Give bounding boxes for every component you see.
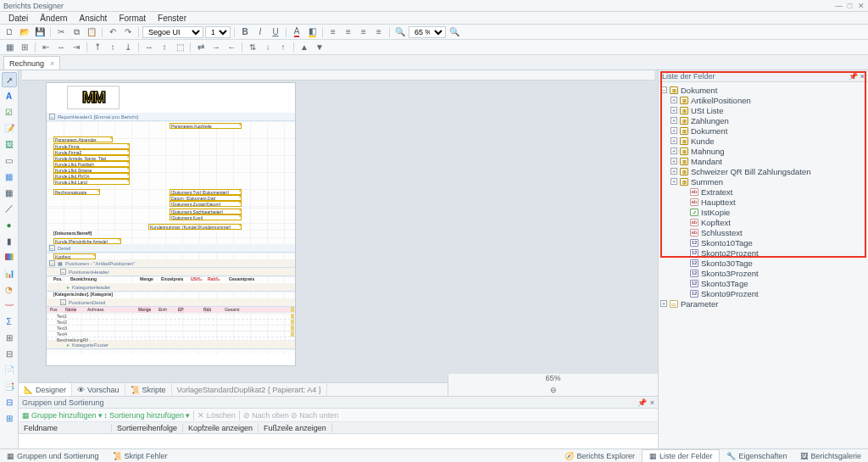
shape-tool-icon[interactable]: ●: [2, 217, 17, 232]
expand-icon[interactable]: +: [670, 168, 677, 175]
tree-field[interactable]: IstKopie: [701, 208, 730, 217]
tree-table[interactable]: Zahlungen: [691, 116, 729, 125]
zip-tool-icon[interactable]: [2, 249, 17, 264]
line-tool-icon[interactable]: ／: [2, 201, 17, 216]
bring-front-icon[interactable]: ▲: [298, 42, 311, 53]
table-tool-icon[interactable]: ▦: [2, 169, 17, 184]
field-doktyp[interactable]: [Dokument.Typ].[Dokumentart]: [170, 189, 242, 195]
tab-report-explorer[interactable]: 🧭 Berichts Explorer: [558, 449, 642, 462]
new-icon[interactable]: 🗋: [3, 26, 16, 38]
expand-icon[interactable]: +: [670, 97, 677, 103]
align-lefts-icon[interactable]: ⇤: [39, 42, 53, 53]
align-left-icon[interactable]: ≡: [326, 26, 340, 38]
label-tool-icon[interactable]: A: [2, 88, 17, 103]
hspace-dec-icon[interactable]: ←: [225, 42, 238, 53]
picture-tool-icon[interactable]: 🖼: [2, 136, 17, 152]
field-text2[interactable]: Text2: [57, 320, 67, 325]
menu-aendern[interactable]: Ändern: [35, 13, 72, 24]
band-positionen-header[interactable]: − PositionenHeader: [47, 268, 295, 276]
panel-pin-icon[interactable]: 📌: [637, 398, 647, 407]
band-reportheader[interactable]: − ReportHeader1 [Einmal pro Bericht]: [47, 113, 295, 121]
collapse-icon[interactable]: −: [49, 260, 55, 266]
tree-field[interactable]: Schlusstext: [701, 228, 743, 237]
fontsize-select[interactable]: 10: [205, 26, 231, 38]
field-kopftext[interactable]: Kopftext: [53, 253, 96, 259]
same-width-icon[interactable]: ↔: [142, 42, 156, 53]
field-rab[interactable]: Rab: [203, 307, 211, 313]
vspace-inc-icon[interactable]: ↓: [261, 42, 275, 53]
cut-icon[interactable]: ✂: [54, 26, 68, 38]
field-menge[interactable]: Menge: [138, 307, 151, 313]
tree-table[interactable]: Mandant: [691, 157, 722, 166]
align-tops-icon[interactable]: ⤒: [91, 42, 104, 53]
crosstab-tool-icon[interactable]: ⊟: [2, 346, 17, 361]
tree-table[interactable]: ArtikelPositionen: [691, 96, 751, 105]
collapse-icon[interactable]: −: [49, 245, 55, 251]
field-kunde-strasse[interactable]: Kunde.Lfkd.Strasse: [53, 167, 130, 173]
sum-tool-icon[interactable]: Σ: [2, 314, 17, 329]
zoomin-icon[interactable]: 🔍: [448, 26, 461, 38]
field-kunde-firma[interactable]: Kunde.Firma: [53, 143, 130, 149]
tab-report-gallery[interactable]: 🖼 Berichtsgalerie: [793, 449, 868, 462]
tree-table[interactable]: Mahnung: [691, 147, 725, 156]
hspace-inc-icon[interactable]: →: [209, 42, 223, 53]
pdfcontent-tool-icon[interactable]: 📑: [2, 378, 17, 393]
align-right-icon[interactable]: ≡: [357, 26, 370, 38]
field-zusatzdatum[interactable]: [Dokument.Zusatz/Datum]: [170, 201, 242, 207]
crossband-tool-icon[interactable]: ⊞: [2, 410, 17, 426]
paste-icon[interactable]: 📋: [85, 26, 98, 38]
expand-icon[interactable]: +: [670, 158, 677, 164]
expand-icon[interactable]: +: [660, 300, 667, 307]
col-header[interactable]: Kopfzeile anzeigen: [183, 424, 259, 432]
col-feldname[interactable]: Feldname: [19, 424, 112, 432]
add-sort-button[interactable]: ↕ Sortierung hinzufügen ▾: [104, 411, 191, 420]
field-datum[interactable]: Datum: [Dokument.Dat]: [170, 195, 242, 201]
zoomout-small-icon[interactable]: ⊖: [550, 386, 557, 394]
field-parameters-kopfzeile[interactable]: Parameters.Kopfzeile: [170, 123, 242, 129]
band-positionen[interactable]: − ▦ Positionen - "ArtikelPositionen": [47, 259, 295, 268]
zoomout-icon[interactable]: 🔍: [393, 26, 407, 38]
fillcolor-button[interactable]: ◧: [305, 26, 319, 38]
field-text4[interactable]: Text4: [57, 331, 67, 337]
align-center-icon[interactable]: ≡: [342, 26, 355, 38]
barcode-tool-icon[interactable]: ▮: [2, 233, 17, 248]
tab-designer[interactable]: 📐 Designer: [19, 383, 72, 396]
tree-field[interactable]: Skonto10Tage: [701, 238, 753, 248]
field-einh[interactable]: Einh: [159, 307, 167, 313]
gauge-tool-icon[interactable]: ◔: [2, 281, 17, 297]
menu-ansicht[interactable]: Ansicht: [75, 13, 113, 24]
vspace-equal-icon[interactable]: ⇅: [246, 42, 259, 53]
field-beschreibung[interactable]: BeschreibungRtf: [57, 337, 88, 342]
subreport-tool-icon[interactable]: 📄: [2, 362, 17, 377]
field-anrede[interactable]: Kunde.[Persönliche Anrede]: [53, 238, 121, 244]
field-tree[interactable]: −Dokument +ArtikelPositionen+USt Liste+Z…: [659, 82, 868, 448]
minimize-icon[interactable]: —: [835, 2, 843, 9]
open-icon[interactable]: 📂: [18, 26, 31, 38]
grid-toggle-icon[interactable]: ▦: [3, 42, 16, 53]
align-rights-icon[interactable]: ⇥: [70, 42, 83, 53]
tab-field-list[interactable]: ▦ Liste der Felder: [642, 449, 721, 462]
field-text1[interactable]: Text1: [57, 314, 67, 319]
chart-tool-icon[interactable]: 📊: [2, 265, 17, 281]
italic-button[interactable]: I: [253, 26, 267, 38]
same-size-icon[interactable]: ⬚: [173, 42, 186, 53]
maximize-icon[interactable]: □: [846, 2, 854, 9]
tree-field[interactable]: Skonto3Prozent: [701, 269, 759, 278]
redo-icon[interactable]: ↷: [121, 26, 135, 38]
panel-close-icon[interactable]: ×: [860, 72, 865, 81]
field-rechnungskopie[interactable]: Rechnungskopie: [53, 189, 100, 195]
underline-button[interactable]: U: [269, 26, 282, 38]
pivot-tool-icon[interactable]: ⊞: [2, 330, 17, 345]
field-kunde-postfach[interactable]: Kunde.Lfkd.Postfach: [53, 161, 130, 167]
expand-icon[interactable]: +: [670, 117, 677, 124]
field-gesamt[interactable]: Gesamt: [225, 307, 240, 313]
field-knr[interactable]: Kundennummer: [Kunde].[Kundennummer]: [148, 224, 242, 230]
doc-tab-close-icon[interactable]: ×: [50, 59, 54, 68]
tab-script-errors[interactable]: 📜 Skript Fehler: [106, 449, 175, 462]
pagebreak-tool-icon[interactable]: ⊟: [2, 394, 17, 409]
tree-field[interactable]: Extratext: [701, 187, 733, 197]
collapse-icon[interactable]: −: [60, 269, 66, 275]
close-icon[interactable]: ✕: [857, 2, 865, 9]
pointer-tool-icon[interactable]: ➚: [2, 72, 17, 87]
field-kategorie-index[interactable]: [Kategorie.Index]. [Kategorie]: [53, 292, 113, 298]
